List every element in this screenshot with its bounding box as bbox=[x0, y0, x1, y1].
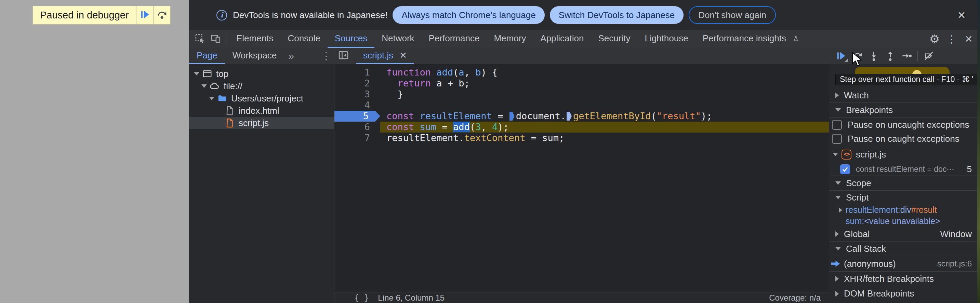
file-tree: topfile://Users/user/projectindex.htmlsc… bbox=[189, 64, 334, 303]
tree-item-label: Users/user/project bbox=[231, 93, 303, 104]
resume-script-button[interactable] bbox=[137, 6, 153, 24]
chevron-right-icon[interactable] bbox=[839, 207, 842, 213]
scope-property-resultelement[interactable]: resultElement: div#result bbox=[829, 204, 977, 216]
line-number[interactable]: 1 bbox=[334, 67, 380, 78]
scope-global[interactable]: GlobalWindow bbox=[829, 227, 977, 241]
web-page-background: Paused in debugger bbox=[0, 0, 189, 303]
close-tab-icon[interactable]: ✕ bbox=[399, 50, 407, 61]
infobar-action-don-t-show-again[interactable]: Don't show again bbox=[689, 6, 776, 24]
chevron-down-icon[interactable] bbox=[835, 247, 841, 251]
more-options-button[interactable]: ⋮ bbox=[943, 30, 960, 48]
checkbox[interactable] bbox=[832, 134, 842, 144]
chevron-right-icon[interactable] bbox=[835, 276, 839, 281]
inspect-element-button[interactable] bbox=[192, 30, 208, 48]
pretty-print-icon[interactable]: { } bbox=[354, 293, 369, 303]
breakpoint-checkbox[interactable] bbox=[840, 164, 850, 174]
line-number[interactable]: 7 bbox=[334, 133, 380, 143]
step-over-button[interactable] bbox=[154, 6, 170, 24]
tree-item-script-js[interactable]: script.js bbox=[189, 117, 334, 129]
deactivate-breakpoints-button[interactable] bbox=[921, 49, 937, 63]
navigator-tab-page[interactable]: Page bbox=[189, 48, 225, 64]
main-tab-bar: ElementsConsoleSourcesNetworkPerformance… bbox=[189, 30, 977, 48]
kebab-icon: ⋮ bbox=[947, 33, 957, 45]
hide-navigator-button[interactable] bbox=[334, 48, 352, 64]
infobar-action-switch-devtools-to-japanese[interactable]: Switch DevTools to Japanese bbox=[550, 6, 684, 24]
code-line-2: 2 return a + b; bbox=[334, 78, 829, 89]
settings-button[interactable]: ⚙ bbox=[926, 30, 943, 48]
inline-breakpoint-marker[interactable] bbox=[566, 112, 572, 121]
scope-property-sum[interactable]: sum: <value unavailable> bbox=[829, 216, 977, 227]
section-scope[interactable]: Scope bbox=[829, 176, 977, 190]
checkbox-label: Pause on uncaught exceptions bbox=[848, 119, 969, 130]
step-button[interactable] bbox=[898, 49, 915, 63]
checkbox-pause-on-uncaught-exceptions[interactable]: Pause on uncaught exceptions bbox=[829, 117, 977, 132]
close-icon: ✕ bbox=[965, 33, 972, 45]
tree-item-top[interactable]: top bbox=[189, 68, 334, 80]
editor-tab-scriptjs[interactable]: script.js ✕ bbox=[356, 48, 414, 64]
step-into-button[interactable] bbox=[865, 49, 882, 63]
checkbox[interactable] bbox=[832, 120, 842, 130]
inline-breakpoint-marker[interactable] bbox=[509, 112, 515, 121]
line-number[interactable]: 3 bbox=[334, 89, 380, 100]
tree-item-index-html[interactable]: index.html bbox=[189, 105, 334, 117]
navigator-tab-workspace[interactable]: Workspace bbox=[225, 48, 285, 64]
tab-memory[interactable]: Memory bbox=[487, 30, 533, 48]
section-dom-breakpoints[interactable]: DOM Breakpoints bbox=[829, 286, 977, 301]
breakpoint-badge[interactable]: 5 bbox=[334, 111, 380, 122]
scope-script[interactable]: Script bbox=[829, 190, 977, 204]
tab-security[interactable]: Security bbox=[591, 30, 638, 48]
mouse-cursor bbox=[851, 52, 863, 68]
property-name: sum: bbox=[846, 216, 864, 226]
chevron-down-icon[interactable] bbox=[835, 196, 841, 199]
expander-icon[interactable] bbox=[194, 72, 202, 76]
chevron-right-icon[interactable] bbox=[835, 291, 839, 297]
tab-performance[interactable]: Performance bbox=[422, 30, 487, 48]
breakpoint-group-script-js[interactable]: <>script.js bbox=[829, 146, 977, 163]
tab-lighthouse[interactable]: Lighthouse bbox=[637, 30, 695, 48]
chevron-right-icon[interactable] bbox=[835, 93, 839, 98]
deactivate-breakpoints-icon bbox=[924, 51, 934, 61]
breakpoint-item[interactable]: const resultElement = doc⋯5 bbox=[829, 163, 977, 176]
infobar-action-always-match-chrome-s-language[interactable]: Always match Chrome's language bbox=[393, 6, 544, 24]
chevron-down-icon[interactable] bbox=[835, 181, 841, 185]
tree-item-file[interactable]: file:// bbox=[189, 80, 334, 92]
line-number[interactable]: 6 bbox=[334, 122, 380, 133]
tree-item-users-user-project[interactable]: Users/user/project bbox=[189, 92, 334, 105]
long-press-indicator bbox=[845, 59, 848, 62]
device-toolbar-button[interactable] bbox=[208, 30, 223, 48]
tab-console[interactable]: Console bbox=[280, 30, 327, 48]
section-breakpoints[interactable]: Breakpoints bbox=[829, 103, 977, 117]
section-title: Call Stack bbox=[846, 244, 886, 254]
code-editor[interactable]: 1function add(a, b) {2 return a + b;3 }4… bbox=[334, 64, 829, 292]
step-out-button[interactable] bbox=[882, 49, 898, 63]
cloud-icon bbox=[210, 81, 220, 91]
call-stack-frame[interactable]: (anonymous)script.js:6 bbox=[829, 256, 977, 271]
checkbox-pause-on-caught-exceptions[interactable]: Pause on caught exceptions bbox=[829, 132, 977, 146]
expander-icon[interactable] bbox=[209, 97, 217, 100]
section-title: Scope bbox=[846, 178, 871, 189]
resume-button[interactable] bbox=[833, 49, 849, 63]
line-number[interactable]: 4 bbox=[334, 100, 380, 111]
code-line-content: } bbox=[380, 89, 829, 100]
chevron-down-icon[interactable] bbox=[833, 153, 838, 156]
chevron-down-icon[interactable] bbox=[835, 108, 841, 112]
tab-application[interactable]: Application bbox=[533, 30, 591, 48]
tab-performance-insights[interactable]: Performance insights bbox=[695, 30, 806, 48]
tab-sources[interactable]: Sources bbox=[328, 30, 374, 48]
section-call-stack[interactable]: Call Stack bbox=[829, 241, 977, 256]
divider bbox=[226, 33, 226, 44]
paused-in-debugger-banner: Paused in debugger bbox=[32, 6, 171, 25]
tab-elements[interactable]: Elements bbox=[229, 30, 280, 48]
navigator-menu-button[interactable]: ⋮ bbox=[318, 48, 334, 64]
section-xhr-fetch-breakpoints[interactable]: XHR/fetch Breakpoints bbox=[829, 271, 977, 286]
chevron-right-icon[interactable] bbox=[835, 231, 839, 237]
section-watch[interactable]: Watch bbox=[829, 88, 977, 103]
line-number[interactable]: 2 bbox=[334, 78, 380, 89]
close-devtools-button[interactable]: ✕ bbox=[960, 30, 977, 48]
tab-network[interactable]: Network bbox=[374, 30, 421, 48]
frame-name: (anonymous) bbox=[844, 259, 896, 269]
more-tabs-button[interactable]: » bbox=[284, 48, 298, 64]
expander-icon[interactable] bbox=[201, 84, 210, 88]
code-line-6: 6const sum = add(3, 4); bbox=[334, 122, 829, 133]
infobar-close-button[interactable]: ✕ bbox=[951, 0, 972, 30]
